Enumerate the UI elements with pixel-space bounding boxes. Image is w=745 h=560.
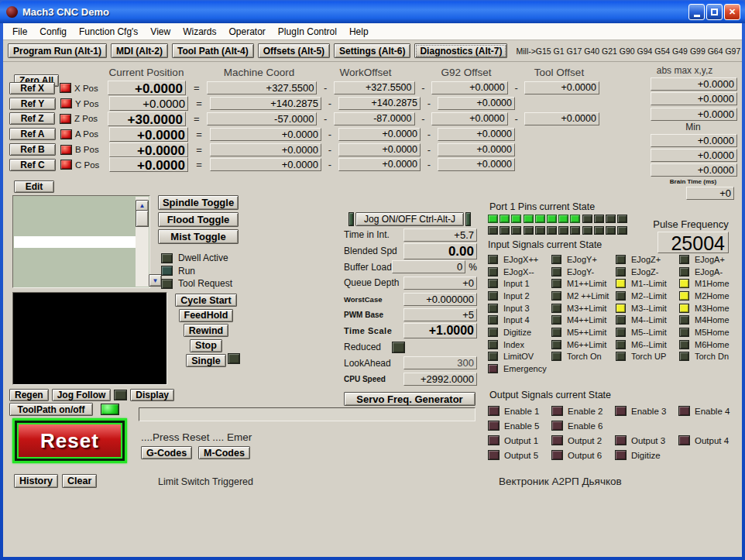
- menu-item[interactable]: Operator: [223, 25, 272, 39]
- dro-machine-coord[interactable]: +0.0000: [210, 128, 321, 141]
- screen-tab[interactable]: Settings (Alt-6): [334, 43, 410, 58]
- transport-button[interactable]: FeedHold: [179, 309, 234, 322]
- servo-freq-generator-button[interactable]: Servo Freq. Generator: [344, 392, 475, 406]
- dro-work-offset[interactable]: +327.5500: [334, 81, 414, 94]
- screen-tab[interactable]: Offsets (Alt-5): [258, 43, 330, 58]
- ref-axis-button[interactable]: Ref X: [9, 82, 55, 94]
- menu-item[interactable]: Wizards: [177, 25, 222, 39]
- dro-g92-offset[interactable]: +0.0000: [438, 128, 515, 141]
- reset-button[interactable]: Reset: [17, 423, 122, 459]
- transport-button[interactable]: Cycle Start: [175, 294, 236, 307]
- dro-abs-min[interactable]: +0.0000: [651, 149, 737, 162]
- screen-tab[interactable]: Diagnostics (Alt-7): [414, 43, 507, 58]
- transport-button[interactable]: Stop: [190, 339, 222, 352]
- ref-axis-button[interactable]: Ref Z: [9, 112, 55, 125]
- scroll-down-button[interactable]: ▼: [149, 274, 162, 287]
- dro-current-position[interactable]: +30.0000: [108, 112, 186, 126]
- toolpath-onoff-button[interactable]: ToolPath on/off: [9, 403, 93, 416]
- screen-tab[interactable]: MDI (Alt-2): [111, 43, 168, 58]
- maximize-icon: [711, 9, 718, 15]
- dro-abs-min[interactable]: +0.0000: [651, 163, 737, 177]
- menu-item[interactable]: Config: [33, 25, 73, 39]
- menu-item[interactable]: PlugIn Control: [272, 25, 343, 39]
- menu-item[interactable]: Function Cfg's: [73, 25, 144, 39]
- menu-item[interactable]: View: [144, 25, 177, 39]
- pin-led: [582, 215, 592, 223]
- transport-button[interactable]: Rewind: [184, 324, 228, 337]
- dro-abs-max[interactable]: +0.0000: [651, 92, 737, 105]
- mdi-input[interactable]: [139, 407, 475, 421]
- dro-work-offset[interactable]: +0.0000: [338, 128, 421, 141]
- dro-abs-min[interactable]: +0.0000: [651, 134, 737, 147]
- jog-follow-button[interactable]: Jog Follow: [52, 389, 112, 401]
- history-button[interactable]: History: [14, 474, 58, 488]
- jog-led-left: [348, 212, 354, 226]
- dro-grid: Ref X X Pos +0.0000 = +327.5500 - +327.5…: [9, 81, 599, 173]
- dro-current-position[interactable]: +0.0000: [108, 81, 186, 95]
- ref-axis-button[interactable]: Ref C: [9, 159, 56, 171]
- toolpath-display[interactable]: [12, 292, 167, 385]
- screen-tab[interactable]: Tool Path (Alt-4): [172, 43, 254, 58]
- status-led-label: Run: [178, 266, 195, 277]
- jog-onoff-button[interactable]: Jog ON/OFF Ctrl-Alt-J: [355, 212, 464, 226]
- dro-g92-offset[interactable]: +0.0000: [431, 81, 508, 94]
- signal-led: [488, 315, 498, 325]
- ref-axis-button[interactable]: Ref B: [9, 143, 56, 156]
- scrollbar-thumb[interactable]: [136, 210, 149, 227]
- display-button[interactable]: Display: [130, 389, 174, 401]
- dro-work-offset[interactable]: +0.0000: [338, 143, 421, 156]
- toggle-button[interactable]: Spindle Toggle: [158, 195, 239, 210]
- dro-row: Ref A A Pos +0.0000 = +0.0000 - +0.0000 …: [9, 126, 599, 142]
- titlebar[interactable]: Mach3 CNC Demo ✕: [0, 0, 745, 23]
- edit-button[interactable]: Edit: [14, 180, 54, 193]
- g-codes-button[interactable]: G-Codes: [141, 446, 192, 459]
- maximize-button[interactable]: [706, 4, 723, 20]
- dro-tool-offset[interactable]: +0.0000: [524, 81, 599, 94]
- dro-brain-time[interactable]: +0: [686, 187, 734, 200]
- dro-g92-offset[interactable]: +0.0000: [438, 143, 515, 156]
- dro-machine-coord[interactable]: +0.0000: [210, 158, 321, 171]
- selected-list-row[interactable]: [14, 236, 136, 248]
- clear-button[interactable]: Clear: [62, 474, 97, 488]
- pin-led: [617, 226, 627, 235]
- transport-button[interactable]: Single: [186, 354, 226, 367]
- signal-led: [551, 435, 563, 445]
- toggle-button[interactable]: Flood Toggle: [158, 212, 239, 227]
- status-history-list[interactable]: ▲ ▼: [12, 195, 150, 288]
- close-button[interactable]: ✕: [724, 4, 740, 20]
- dro-machine-coord[interactable]: +140.2875: [210, 97, 321, 110]
- min-label: Min: [647, 122, 739, 132]
- input-signal: M6--Limit: [616, 338, 679, 351]
- dro-abs-max[interactable]: +0.0000: [651, 77, 737, 91]
- dro-current-position[interactable]: +0.0000: [109, 143, 188, 157]
- m-codes-button[interactable]: M-Codes: [198, 446, 250, 459]
- stat-value: +0.000000: [403, 293, 477, 306]
- ref-axis-button[interactable]: Ref A: [9, 128, 56, 140]
- dro-machine-coord[interactable]: +327.5500: [207, 81, 317, 94]
- dro-tool-offset[interactable]: +0.0000: [524, 112, 599, 125]
- dro-g92-offset[interactable]: +0.0000: [438, 97, 515, 110]
- screen-tab[interactable]: Program Run (Alt-1): [8, 43, 107, 58]
- signal-label: Output 1: [504, 436, 538, 445]
- ref-axis-button[interactable]: Ref Y: [9, 98, 56, 110]
- scrollbar[interactable]: ▲ ▼: [136, 197, 149, 287]
- regen-button[interactable]: Regen: [9, 389, 49, 401]
- dro-current-position[interactable]: +0.0000: [109, 96, 188, 111]
- minimize-button[interactable]: [688, 4, 705, 20]
- toggle-button[interactable]: Mist Toggle: [158, 229, 239, 244]
- dro-current-position[interactable]: +0.0000: [109, 157, 188, 172]
- dro-work-offset[interactable]: -87.0000: [334, 112, 414, 125]
- signal-label: Output 5: [504, 451, 538, 460]
- dro-g92-offset[interactable]: +0.0000: [431, 112, 508, 125]
- dro-machine-coord[interactable]: -57.0000: [207, 112, 317, 125]
- dro-work-offset[interactable]: +140.2875: [338, 97, 421, 110]
- dro-g92-offset[interactable]: +0.0000: [438, 158, 515, 171]
- dro-work-offset[interactable]: +0.0000: [338, 158, 421, 171]
- input-signal: Digitize: [488, 326, 551, 338]
- menu-item[interactable]: File: [6, 25, 33, 39]
- dro-current-position[interactable]: +0.0000: [109, 127, 188, 142]
- status-led-label: Tool Request: [178, 278, 232, 289]
- menu-item[interactable]: Help: [343, 25, 375, 39]
- dro-machine-coord[interactable]: +0.0000: [210, 143, 321, 156]
- dro-abs-max[interactable]: +0.0000: [651, 108, 737, 121]
